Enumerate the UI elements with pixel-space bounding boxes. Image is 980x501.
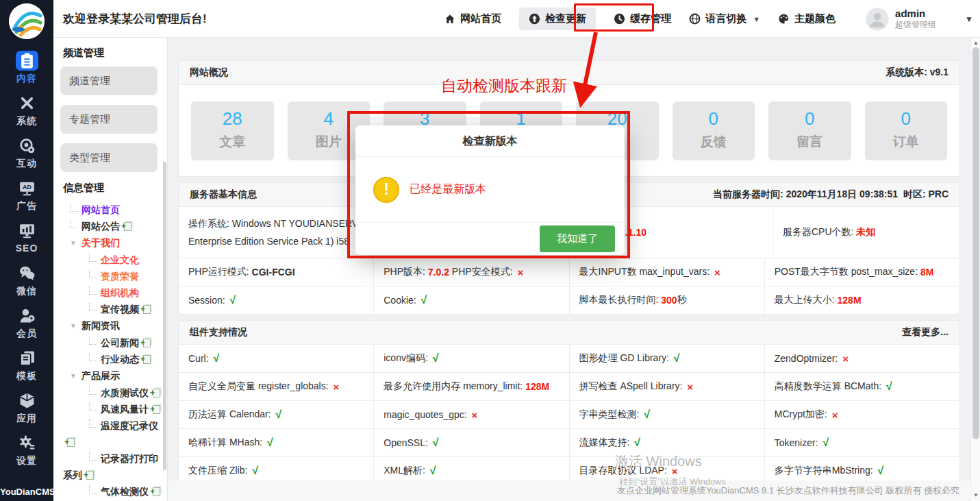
menu-scrollbar[interactable] [163, 162, 166, 470]
tree-item[interactable]: ▼产品展示 [63, 367, 162, 384]
check-icon: √ [230, 294, 236, 306]
tree-elbow [70, 220, 78, 228]
expand-caret-icon[interactable]: ▼ [70, 235, 78, 252]
nav-check-update[interactable]: 检查更新 [519, 8, 596, 30]
company-logo[interactable] [9, 3, 45, 39]
tree-elbow [89, 270, 97, 278]
cell-text: 目录存取协议 LDAP: [579, 465, 670, 477]
rail-seo[interactable]: SEO [0, 221, 53, 254]
panel-header: 网站概况 系统版本: v9.1 [179, 61, 959, 85]
scroll-down-arrow[interactable]: ▼ [971, 492, 980, 498]
tree-item[interactable]: ▼关于我们 [63, 234, 162, 252]
tree-item[interactable]: ▼新闻资讯 [63, 317, 162, 334]
update-icon [529, 13, 540, 25]
cell-text: 拼写检查 ASpell Library: [579, 380, 686, 393]
rail-interact[interactable]: 互动 [0, 136, 53, 169]
scrollbar-thumb[interactable] [972, 47, 979, 439]
menu-button-专题管理[interactable]: 专题管理 [60, 105, 158, 134]
confirm-button[interactable]: 我知道了 [540, 225, 615, 252]
nav-site-home[interactable]: 网站首页 [444, 12, 501, 25]
rail-wechat[interactable]: 微信 [0, 263, 53, 296]
tree-item-label: 公司新闻 [101, 337, 139, 348]
tree-item[interactable]: 公司新闻 [63, 334, 162, 351]
cross-icon: × [842, 353, 849, 365]
icon-sidebar: 内容系统互动AD广告SEO微信会员模板应用设置 YouDianCMS [0, 0, 53, 501]
add-page-icon[interactable] [143, 339, 151, 347]
tree-item[interactable]: 网站首页 [63, 201, 162, 218]
add-page-icon[interactable] [124, 222, 131, 231]
cell-text: 高精度数学运算 BCMath: [775, 380, 884, 393]
stat-value: 28 [191, 108, 274, 130]
table-cell: iconv编码: √ [374, 345, 569, 372]
cell-text: 历法运算 Calendar: [188, 408, 273, 421]
rail-content[interactable]: 内容 [0, 51, 53, 84]
tree-item[interactable]: 资质荣誉 [63, 268, 162, 284]
tree-item[interactable]: 网站公告 [63, 218, 162, 234]
cell-text: OpenSSL: [384, 437, 431, 448]
cross-icon: × [517, 267, 523, 278]
check-icon: √ [252, 465, 258, 477]
tree-item[interactable]: 行业动态 [63, 351, 162, 367]
rail-app[interactable]: 应用 [0, 391, 53, 424]
stat-card[interactable]: 0反馈 [673, 101, 755, 160]
rail-item-label: 会员 [0, 328, 53, 340]
expand-caret-icon[interactable]: ▼ [70, 318, 78, 334]
add-page-icon[interactable] [86, 471, 94, 480]
tree-item[interactable]: 风速风量计 [63, 401, 162, 417]
table-cell: POST最大字节数 post_max_size: 8M [765, 258, 959, 286]
cross-icon: × [334, 381, 340, 393]
add-page-icon[interactable] [153, 405, 160, 414]
rail-item-label: 内容 [0, 73, 53, 85]
rail-settings[interactable]: 设置 [0, 433, 53, 466]
cell-text: ZendOptmizer: [775, 353, 840, 364]
cell-text: iconv编码: [384, 352, 430, 365]
rail-ads[interactable]: AD广告 [0, 178, 53, 211]
nav-cache[interactable]: 缓存管理 [614, 12, 671, 25]
table-cell: 服务器CPU个数: 未知 [773, 207, 959, 258]
component-support-table: Curl: √iconv编码: √图形处理 GD Library: √ZendO… [179, 345, 959, 485]
main-scrollbar[interactable]: ▲ ▼ [970, 38, 980, 501]
top-header: 欢迎登录某某公司管理后台! 网站首页检查更新缓存管理语言切换▼主题颜色admin… [53, 0, 980, 38]
add-page-icon[interactable] [153, 389, 160, 398]
cell-text: 操作系统: Windows NT YOUDIANSERV Enterprise … [188, 218, 358, 247]
tree-item[interactable]: 组织机构 [63, 284, 162, 301]
stat-card[interactable]: 0订单 [865, 101, 948, 160]
add-page-icon[interactable] [153, 487, 160, 496]
rail-item-label: 系统 [0, 115, 53, 127]
user-menu-caret-icon[interactable]: ▼ [965, 14, 973, 24]
menu-button-类型管理[interactable]: 类型管理 [60, 143, 158, 172]
add-page-icon[interactable] [67, 438, 75, 447]
menu-button-频道管理[interactable]: 频道管理 [60, 66, 158, 95]
cell-text: 文件压缩 Zlib: [188, 465, 250, 477]
rail-member[interactable]: 会员 [0, 306, 53, 339]
check-icon: √ [430, 465, 436, 477]
tree-item[interactable]: 水质测试仪 [63, 384, 162, 401]
rail-system[interactable]: 系统 [0, 93, 53, 126]
add-page-icon[interactable] [143, 355, 151, 364]
stat-card[interactable]: 28文章 [191, 101, 274, 160]
add-page-icon[interactable] [143, 305, 151, 314]
table-row: 哈稀计算 MHash: √OpenSSL: √流媒体支持: √Tokenizer… [179, 429, 959, 457]
nav-theme-color[interactable]: 主题颜色 [778, 12, 835, 25]
tree-item[interactable]: 气体检测仪 [63, 483, 162, 500]
stat-card[interactable]: 0留言 [768, 101, 851, 160]
cell-text: 脚本最长执行时间: [579, 294, 662, 306]
interact-icon [16, 136, 38, 156]
check-icon: √ [822, 437, 829, 449]
cell-text: 7.0.2 [428, 267, 449, 278]
table-row: 自定义全局变量 register_globals: ×最多允许使用内存 memo… [179, 373, 959, 401]
home-icon [444, 14, 455, 25]
rail-template[interactable]: 模板 [0, 348, 53, 381]
table-cell: 历法运算 Calendar: √ [179, 401, 374, 428]
tree-item[interactable]: 宣传视频 [63, 301, 162, 317]
panel-title: 网站概况 [190, 66, 228, 79]
view-more-link[interactable]: 查看更多... [902, 326, 948, 339]
tree-item[interactable]: 企业文化 [63, 252, 162, 268]
user-block[interactable]: admin超级管理组 [866, 8, 936, 31]
scroll-up-arrow[interactable]: ▲ [971, 40, 980, 46]
expand-caret-icon[interactable]: ▼ [70, 368, 78, 384]
nav-language[interactable]: 语言切换▼ [689, 12, 760, 25]
tree-item[interactable]: 温湿度记录仪 [63, 417, 162, 450]
table-cell: Session: √ [179, 286, 374, 314]
tree-item[interactable]: 记录器打打印系列 [63, 450, 162, 483]
